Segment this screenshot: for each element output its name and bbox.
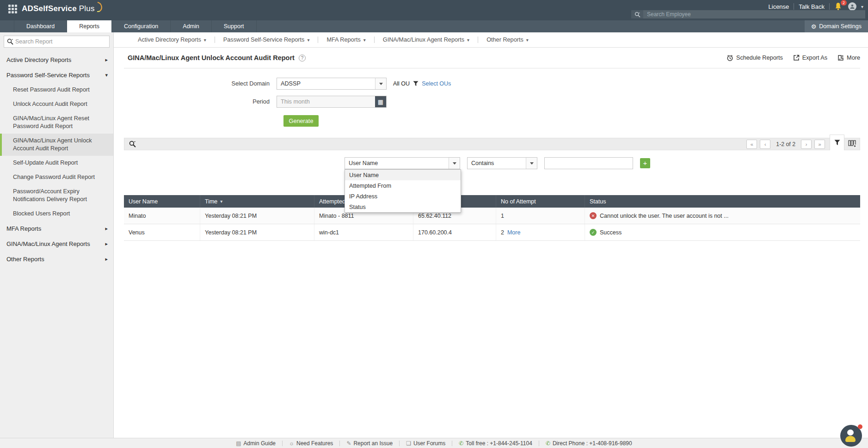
app-logo: ADSelfService Plus xyxy=(22,4,103,13)
export-as-button[interactable]: Export As xyxy=(793,55,827,61)
tab-support[interactable]: Support xyxy=(212,20,257,32)
cell-time: Yesterday 08:21 PM xyxy=(200,224,314,240)
table-header-row: User Name Time▾ Attempted From IP Addres… xyxy=(124,195,860,208)
page-footer: ▤ Admin Guide ☼ Need Features ✎ Report a… xyxy=(0,438,868,448)
add-filter-button[interactable]: + xyxy=(640,158,650,168)
dropdown-option-status[interactable]: Status xyxy=(345,202,461,212)
tab-reports[interactable]: Reports xyxy=(67,20,112,32)
chevron-down-icon: ▾ xyxy=(204,37,206,43)
header-divider xyxy=(794,3,794,10)
admin-guide-link[interactable]: ▤ Admin Guide xyxy=(236,440,276,447)
footer-divider xyxy=(452,441,452,446)
employee-search-icon[interactable] xyxy=(631,10,643,18)
pager-next-button[interactable]: › xyxy=(801,140,812,149)
period-input[interactable] xyxy=(277,98,375,105)
add-columns-icon[interactable] xyxy=(848,140,857,148)
subnav-password-self-service-reports[interactable]: Password Self-Service Reports▾ xyxy=(215,37,318,43)
license-link[interactable]: License xyxy=(769,3,789,10)
col-header-user-name[interactable]: User Name xyxy=(124,195,200,208)
avatar-caret-icon[interactable]: ▾ xyxy=(861,4,863,9)
sidebar-item-reset-password-audit[interactable]: Reset Password Audit Report xyxy=(0,83,113,97)
sidebar-item-other-reports[interactable]: Other Reports ▸ xyxy=(0,252,113,267)
employee-search-input[interactable] xyxy=(643,11,865,18)
select-ous-link[interactable]: Select OUs xyxy=(422,80,451,87)
col-header-time[interactable]: Time▾ xyxy=(200,195,314,208)
more-button[interactable]: More xyxy=(837,55,860,61)
chevron-down-icon xyxy=(449,158,460,169)
filter-operator-select[interactable]: Contains xyxy=(467,157,537,169)
subnav-gina-agent-reports[interactable]: GINA/Mac/Linux Agent Reports▾ xyxy=(375,37,478,43)
sidebar-item-password-self-service-reports[interactable]: Password Self-Service Reports ▾ xyxy=(0,68,113,83)
sidebar-item-expiry-notifications-delivery[interactable]: Password/Account Expiry Notifications De… xyxy=(0,184,113,207)
chevron-down-icon: ▾ xyxy=(105,72,108,78)
ou-funnel-icon[interactable] xyxy=(413,81,419,86)
export-icon xyxy=(793,55,800,61)
pager-range: 1-2 of 2 xyxy=(776,141,795,147)
calendar-icon[interactable]: ▦ xyxy=(375,96,386,107)
sidebar-item-blocked-users[interactable]: Blocked Users Report xyxy=(0,207,113,221)
phone-icon: ✆ xyxy=(459,440,463,447)
all-ou-label: All OU xyxy=(393,80,410,87)
col-header-no-of-attempt[interactable]: No of Attempt xyxy=(496,195,585,208)
dropdown-option-ip-address[interactable]: IP Address xyxy=(345,191,461,202)
support-chat-bubble[interactable] xyxy=(840,425,862,447)
dropdown-option-user-name[interactable]: User Name xyxy=(345,170,461,180)
report-issue-link[interactable]: ✎ Report an Issue xyxy=(346,440,393,447)
sidebar-item-active-directory-reports[interactable]: Active Directory Reports ▸ xyxy=(0,52,113,68)
sidebar-item-self-update-audit[interactable]: Self-Update Audit Report xyxy=(0,156,113,170)
col-header-status[interactable]: Status xyxy=(585,195,860,208)
sidebar-item-change-password-audit[interactable]: Change Password Audit Report xyxy=(0,170,113,184)
direct-phone-number: ✆ Direct Phone : +1-408-916-9890 xyxy=(546,440,632,447)
filter-field-select[interactable]: User Name xyxy=(345,157,460,169)
chat-notification-dot xyxy=(858,424,862,429)
subnav-active-directory-reports[interactable]: Active Directory Reports▾ xyxy=(129,37,215,43)
filter-field-dropdown: User Name Attempted From IP Address Stat… xyxy=(345,169,461,213)
dropdown-option-attempted-from[interactable]: Attempted From xyxy=(345,180,461,191)
sidebar-item-gina-unlock-account-audit[interactable]: GINA/Mac/Linux Agent Unlock Account Audi… xyxy=(0,134,113,156)
domain-settings-button[interactable]: ⚙ Domain Settings xyxy=(805,20,868,32)
schedule-reports-button[interactable]: Schedule Reports xyxy=(726,55,783,61)
tab-admin[interactable]: Admin xyxy=(171,20,211,32)
chevron-down-icon: ▾ xyxy=(363,37,366,43)
sidebar-item-mfa-reports[interactable]: MFA Reports ▸ xyxy=(0,221,113,236)
need-features-link[interactable]: ☼ Need Features xyxy=(289,440,333,447)
pager-first-button[interactable]: « xyxy=(746,140,757,149)
cell-user-name: Venus xyxy=(124,224,200,240)
cell-status: ✕ Cannot unlock the user. The user accou… xyxy=(585,208,860,224)
sidebar-item-gina-reset-password-audit[interactable]: GINA/Mac/Linux Agent Reset Password Audi… xyxy=(0,111,113,134)
sidebar-item-unlock-account-audit[interactable]: Unlock Account Audit Report xyxy=(0,97,113,111)
table-search-icon[interactable] xyxy=(129,141,136,147)
pager-prev-button[interactable]: ‹ xyxy=(760,140,770,149)
logo-crescent-icon xyxy=(96,2,103,12)
table-row[interactable]: Minato Yesterday 08:21 PM Minato - 8811 … xyxy=(124,208,860,224)
user-forums-link[interactable]: ❏ User Forums xyxy=(406,440,445,447)
sidebar-item-gina-agent-reports[interactable]: GINA/Mac/Linux Agent Reports ▸ xyxy=(0,236,113,252)
filter-funnel-icon[interactable] xyxy=(830,135,844,150)
footer-divider xyxy=(399,441,400,446)
chevron-right-icon: ▸ xyxy=(105,241,108,247)
talkback-link[interactable]: Talk Back xyxy=(799,3,825,10)
subnav-other-reports[interactable]: Other Reports▾ xyxy=(478,37,537,43)
filter-value-input[interactable] xyxy=(544,157,633,169)
toll-free-number: ✆ Toll free : +1-844-245-1104 xyxy=(459,440,532,447)
tab-dashboard[interactable]: Dashboard xyxy=(14,20,67,32)
features-icon: ☼ xyxy=(289,440,294,447)
generate-button[interactable]: Generate xyxy=(283,115,319,127)
more-attempts-link[interactable]: More xyxy=(507,229,520,236)
app-logo-suffix: Plus xyxy=(79,4,95,13)
page-title: GINA/Mac/Linux Agent Unlock Account Audi… xyxy=(128,54,295,61)
apps-grid-icon[interactable] xyxy=(8,5,17,13)
phone-icon: ✆ xyxy=(546,440,550,447)
pager-last-button[interactable]: » xyxy=(814,140,825,149)
more-list-icon xyxy=(837,55,844,61)
report-search xyxy=(4,36,110,48)
help-icon[interactable]: ? xyxy=(299,55,306,61)
domain-select[interactable]: ADSSP xyxy=(277,78,387,90)
tab-configuration[interactable]: Configuration xyxy=(112,20,171,32)
chevron-down-icon: ▾ xyxy=(467,37,469,43)
notifications-bell-icon[interactable]: 2 xyxy=(834,2,843,11)
subnav-mfa-reports[interactable]: MFA Reports▾ xyxy=(318,37,374,43)
table-row[interactable]: Venus Yesterday 08:21 PM win-dc1 170.60.… xyxy=(124,224,860,241)
report-search-input[interactable] xyxy=(14,38,109,45)
user-avatar[interactable] xyxy=(848,2,856,11)
